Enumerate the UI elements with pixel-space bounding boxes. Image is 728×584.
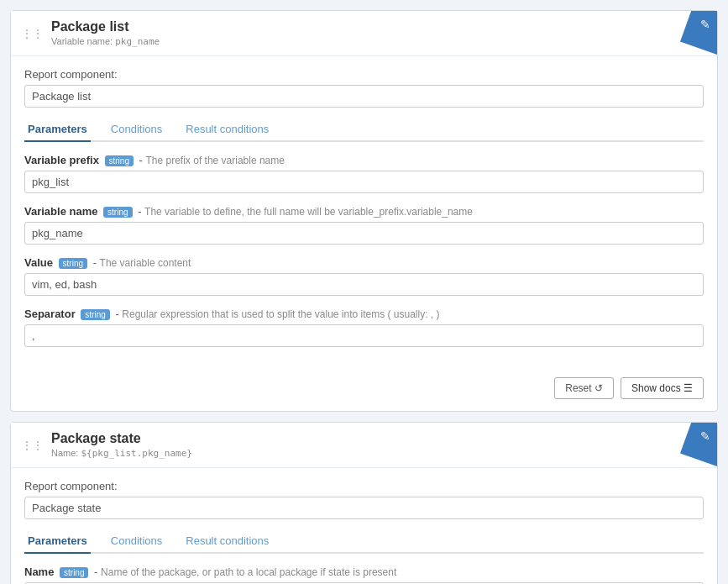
edit-button[interactable]: ✎ bbox=[680, 423, 717, 466]
card-body: Report component:ParametersConditionsRes… bbox=[11, 56, 717, 371]
pencil-icon: ✎ bbox=[700, 18, 710, 31]
field-label-row: Variable name string - The variable to d… bbox=[24, 205, 704, 218]
tabs: ParametersConditionsResult conditions bbox=[24, 529, 704, 554]
reset-button[interactable]: Reset ↺ bbox=[554, 377, 614, 399]
card-package-list: ⋮⋮Package listVariable name: pkg_name✎Re… bbox=[10, 10, 718, 412]
field-desc: The prefix of the variable name bbox=[146, 155, 285, 166]
pencil-icon: ✎ bbox=[700, 429, 710, 443]
field-value: Value string - The variable content bbox=[24, 256, 704, 296]
field-variable-name: Variable name string - The variable to d… bbox=[24, 205, 704, 245]
show-docs-button[interactable]: Show docs ☰ bbox=[621, 377, 704, 399]
edit-button[interactable]: ✎ bbox=[680, 11, 717, 55]
card-subtitle-value: pkg_name bbox=[115, 36, 160, 47]
card-body: Report component:ParametersConditionsRes… bbox=[11, 468, 717, 584]
docs-icon: ☰ bbox=[683, 382, 693, 394]
reset-icon: ↺ bbox=[594, 382, 603, 394]
field-variable-prefix: Variable prefix string - The prefix of t… bbox=[24, 154, 704, 193]
field-separator: Separator string - Regular expression th… bbox=[24, 308, 704, 347]
tab-result-conditions[interactable]: Result conditions bbox=[182, 529, 272, 554]
card-title: Package state bbox=[51, 431, 707, 446]
report-component-label: Report component: bbox=[24, 68, 704, 81]
card-subtitle: Name: ${pkg_list.pkg_name} bbox=[51, 448, 707, 459]
field-name: Variable name bbox=[24, 205, 101, 218]
field-desc: Regular expression that is used to split… bbox=[122, 308, 439, 320]
report-component-group: Report component: bbox=[24, 68, 704, 108]
field-desc: The variable to define, the full name wi… bbox=[144, 206, 473, 218]
card-header: ⋮⋮Package listVariable name: pkg_name✎ bbox=[11, 11, 717, 56]
tab-parameters[interactable]: Parameters bbox=[24, 529, 91, 554]
field-input[interactable] bbox=[24, 324, 704, 347]
field-input[interactable] bbox=[24, 222, 704, 245]
drag-handle-icon[interactable]: ⋮⋮ bbox=[21, 439, 43, 452]
tab-parameters[interactable]: Parameters bbox=[24, 118, 91, 142]
field-name: Variable prefix bbox=[24, 154, 102, 166]
field-name: Separator bbox=[24, 308, 78, 320]
drag-handle-icon[interactable]: ⋮⋮ bbox=[21, 27, 43, 40]
field-name: Name string - Name of the package, or pa… bbox=[24, 566, 704, 584]
field-label-row: Name string - Name of the package, or pa… bbox=[24, 566, 704, 578]
card-header-info: Package listVariable name: pkg_name bbox=[51, 19, 707, 47]
field-input[interactable] bbox=[24, 171, 704, 193]
report-component-input[interactable] bbox=[24, 497, 704, 519]
card-subtitle-value: ${pkg_list.pkg_name} bbox=[81, 448, 191, 459]
report-component-label: Report component: bbox=[24, 480, 704, 492]
card-header-info: Package stateName: ${pkg_list.pkg_name} bbox=[51, 431, 707, 459]
card-package-state: ⋮⋮Package stateName: ${pkg_list.pkg_name… bbox=[10, 422, 718, 584]
card-title: Package list bbox=[51, 19, 707, 34]
field-label-row: Separator string - Regular expression th… bbox=[24, 308, 704, 320]
type-badge: string bbox=[59, 258, 87, 269]
field-desc: Name of the package, or path to a local … bbox=[101, 566, 396, 578]
type-badge: string bbox=[60, 567, 88, 578]
type-badge: string bbox=[81, 309, 109, 320]
report-component-input[interactable] bbox=[24, 85, 704, 108]
type-badge: string bbox=[105, 155, 134, 166]
card-header: ⋮⋮Package stateName: ${pkg_list.pkg_name… bbox=[11, 423, 717, 468]
footer-actions: Reset ↺Show docs ☰ bbox=[11, 371, 717, 411]
card-subtitle: Variable name: pkg_name bbox=[51, 36, 707, 47]
tab-conditions[interactable]: Conditions bbox=[107, 529, 165, 554]
field-name: Name bbox=[24, 566, 57, 578]
field-name: Value bbox=[24, 256, 56, 269]
field-desc: The variable content bbox=[100, 257, 191, 269]
tab-result-conditions[interactable]: Result conditions bbox=[182, 118, 272, 142]
field-label-row: Value string - The variable content bbox=[24, 256, 704, 269]
type-badge: string bbox=[103, 207, 132, 218]
tab-conditions[interactable]: Conditions bbox=[107, 118, 165, 142]
report-component-group: Report component: bbox=[24, 480, 704, 519]
tabs: ParametersConditionsResult conditions bbox=[24, 118, 704, 142]
field-input[interactable] bbox=[24, 273, 704, 296]
field-label-row: Variable prefix string - The prefix of t… bbox=[24, 154, 704, 166]
